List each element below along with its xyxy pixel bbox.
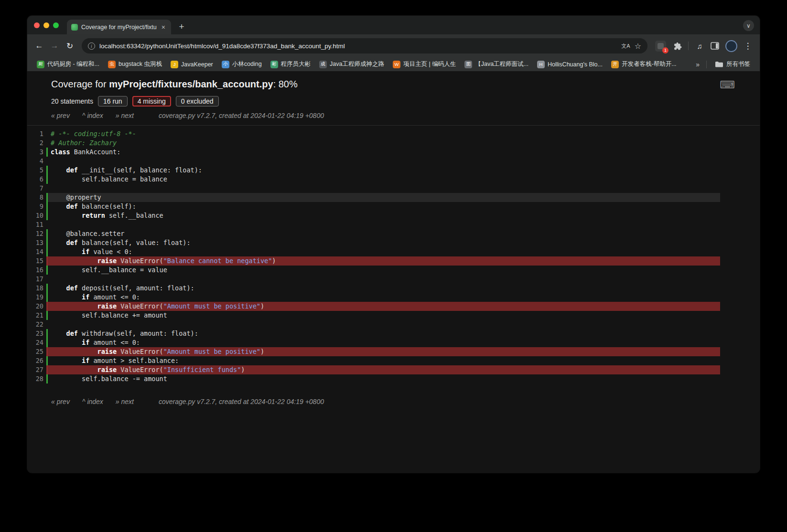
tab-search-chevron-icon[interactable]: ∨ [743,20,754,31]
bookmark-item[interactable]: 厨代码厨房 - 编程和... [33,59,103,70]
pinned-extension-icon[interactable]: 1 [655,41,666,52]
next-link[interactable]: » next [116,398,134,405]
bookmark-favicon-icon: 厨 [37,61,44,68]
minimize-window-button[interactable] [43,22,49,28]
line-number[interactable]: 13 [27,238,46,247]
profile-avatar[interactable] [725,40,737,52]
bookmark-favicon-icon: 彬 [270,61,278,68]
code-line: 16 self.__balance = value [27,266,720,275]
line-number[interactable]: 26 [27,356,46,365]
line-number[interactable]: 17 [27,275,46,284]
bookmark-favicon-icon: 成 [319,61,327,68]
line-number[interactable]: 6 [27,175,46,184]
code-line: 22 [27,320,720,329]
prev-link[interactable]: « prev [51,398,70,405]
line-number[interactable]: 12 [27,229,46,238]
line-number[interactable]: 15 [27,256,46,266]
bookmark-item[interactable]: 开开发者客栈-帮助开... [607,59,680,70]
excluded-filter-button[interactable]: 0 excluded [176,96,219,106]
code-line: 24 if amount <= 0: [27,338,720,347]
bookmark-favicon-icon: 开 [611,61,619,68]
code-line: 9 def balance(self): [27,202,720,211]
line-number[interactable]: 22 [27,320,46,329]
browser-tab[interactable]: Coverage for myProject/fixtur × [67,20,171,34]
line-number[interactable]: 25 [27,347,46,356]
coverage-version-text: coverage.py v7.2.7, created at 2024-01-2… [159,112,324,119]
title-filepath: myProject/fixtures/bank_account.py [109,79,273,89]
bookmark-item[interactable]: 成Java工程师成神之路 [315,59,388,70]
page-title: Coverage for myProject/fixtures/bank_acc… [51,79,736,90]
bookmark-item[interactable]: JJavaKeeper [167,59,217,70]
code-line: 12 @balance.setter [27,229,720,238]
title-prefix: Coverage for [51,79,109,89]
line-number[interactable]: 10 [27,211,46,220]
bookmark-item[interactable]: 虫bugstack 虫洞栈 [104,59,166,70]
code-line-text [46,184,720,193]
back-icon[interactable]: ← [32,39,46,53]
missing-filter-button[interactable]: 4 missing [132,96,171,106]
bookmark-item[interactable]: HHollisChuang's Blo... [533,59,606,70]
new-tab-button[interactable]: + [175,20,188,33]
code-listing: 1# -*- coding:utf-8 -*-2# Author: Zachar… [27,129,760,383]
all-bookmarks-button[interactable]: 所有书签 [712,59,754,70]
side-panel-icon[interactable] [708,39,722,53]
code-line-text: # -*- coding:utf-8 -*- [46,129,720,138]
report-nav: « prev ^ index » next coverage.py v7.2.7… [51,112,736,125]
run-filter-button[interactable]: 16 run [98,96,128,106]
line-number[interactable]: 11 [27,220,46,229]
bookmarks-right: » 所有书签 [694,59,754,70]
code-line-text: @property [46,193,720,202]
code-line-text: # Author: Zachary [46,138,720,148]
forward-icon[interactable]: → [47,39,62,53]
reload-icon[interactable]: ↻ [63,39,77,53]
line-number[interactable]: 21 [27,311,46,320]
line-number[interactable]: 16 [27,266,46,275]
bookmark-item[interactable]: W项目主页 | 编码人生 [389,59,460,70]
tab-close-icon[interactable]: × [160,23,167,31]
code-line-text [46,275,720,284]
bookmark-label: Java工程师成神之路 [330,60,384,68]
code-line-text: def balance(self): [46,202,720,211]
bookmark-favicon-icon: W [393,61,400,68]
line-number[interactable]: 1 [27,129,46,138]
code-line: 4 [27,157,720,166]
translate-icon[interactable]: 文A [621,43,630,50]
line-number[interactable]: 19 [27,293,46,302]
close-window-button[interactable] [34,22,40,28]
code-line-text: def __init__(self, balance: float): [46,166,720,175]
bookmark-star-icon[interactable]: ☆ [635,42,641,51]
url-text[interactable]: localhost:63342/pythonUnitTest/htmlcov/d… [99,43,617,50]
line-number[interactable]: 9 [27,202,46,211]
bookmarks-overflow-chevron-icon[interactable]: » [694,61,701,68]
line-number[interactable]: 23 [27,329,46,338]
line-number[interactable]: 5 [27,166,46,175]
bookmark-favicon-icon: 虫 [108,61,116,68]
line-number[interactable]: 14 [27,247,46,256]
line-number[interactable]: 7 [27,184,46,193]
line-number[interactable]: 27 [27,365,46,374]
index-link[interactable]: ^ index [82,398,103,405]
line-number[interactable]: 2 [27,138,46,148]
line-number[interactable]: 20 [27,302,46,311]
site-info-icon[interactable]: i [88,43,95,50]
line-number[interactable]: 3 [27,148,46,157]
media-controls-icon[interactable]: ♫ [692,39,707,53]
bookmark-item[interactable]: 面【Java工程师面试... [461,59,532,70]
bookmark-item[interactable]: 彬程序员大彬 [267,59,315,70]
index-link[interactable]: ^ index [82,112,103,119]
line-number[interactable]: 24 [27,338,46,347]
maximize-window-button[interactable] [53,22,59,28]
code-line: 5 def __init__(self, balance: float): [27,166,720,175]
line-number[interactable]: 8 [27,193,46,202]
keyboard-shortcuts-icon[interactable]: ⌨ [720,79,735,91]
browser-menu-icon[interactable]: ⋮ [741,39,755,53]
line-number[interactable]: 18 [27,284,46,293]
address-bar[interactable]: i localhost:63342/pythonUnitTest/htmlcov… [82,38,647,53]
extensions-puzzle-icon[interactable] [670,39,684,53]
prev-link[interactable]: « prev [51,112,70,119]
line-number[interactable]: 4 [27,157,46,166]
next-link[interactable]: » next [116,112,134,119]
line-number[interactable]: 28 [27,374,46,383]
bookmark-item[interactable]: 小小林coding [218,59,266,70]
code-line: 18 def deposit(self, amount: float): [27,284,720,293]
